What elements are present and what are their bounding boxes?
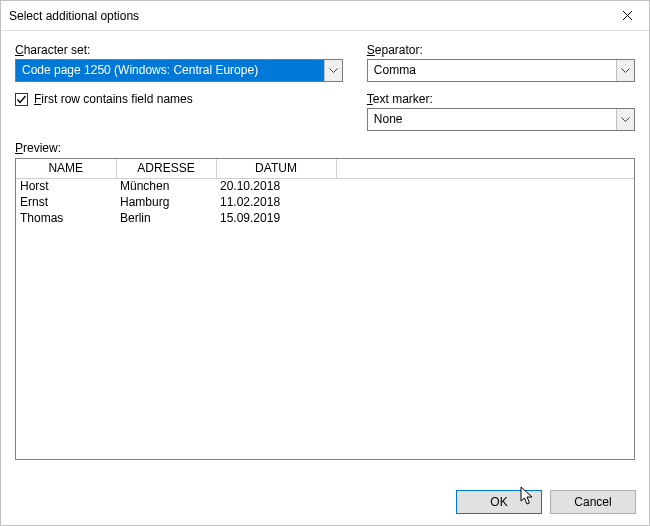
- first-row-checkbox-row[interactable]: First row contains field names: [15, 92, 343, 106]
- title-bar: Select additional options: [1, 1, 649, 31]
- chevron-down-icon: [616, 109, 634, 130]
- cell-adresse: München: [116, 178, 216, 194]
- cell-datum: 15.09.2019: [216, 210, 336, 226]
- character-set-combo[interactable]: Code page 1250 (Windows: Central Europe): [15, 59, 343, 82]
- col-header-adresse[interactable]: ADRESSE: [116, 159, 216, 178]
- cell-adresse: Hamburg: [116, 194, 216, 210]
- first-row-checkbox[interactable]: [15, 93, 28, 106]
- cell-name: Ernst: [16, 194, 116, 210]
- first-row-label: First row contains field names: [34, 92, 193, 106]
- col-header-spacer: [336, 159, 634, 178]
- separator-value: Comma: [368, 60, 616, 81]
- col-header-datum[interactable]: DATUM: [216, 159, 336, 178]
- separator-combo[interactable]: Comma: [367, 59, 635, 82]
- table-row[interactable]: Thomas Berlin 15.09.2019: [16, 210, 634, 226]
- chevron-down-icon: [616, 60, 634, 81]
- table-row[interactable]: Ernst Hamburg 11.02.2018: [16, 194, 634, 210]
- cancel-button[interactable]: Cancel: [550, 490, 636, 514]
- separator-label: Separator:: [367, 43, 635, 57]
- cell-name: Thomas: [16, 210, 116, 226]
- check-icon: [16, 94, 27, 105]
- window-title: Select additional options: [9, 9, 605, 23]
- cell-datum: 20.10.2018: [216, 178, 336, 194]
- cell-adresse: Berlin: [116, 210, 216, 226]
- chevron-down-icon: [324, 60, 342, 81]
- cell-datum: 11.02.2018: [216, 194, 336, 210]
- character-set-value: Code page 1250 (Windows: Central Europe): [16, 60, 324, 81]
- preview-label: Preview:: [15, 141, 635, 155]
- button-bar: OK Cancel: [456, 490, 636, 514]
- ok-button[interactable]: OK: [456, 490, 542, 514]
- cell-name: Horst: [16, 178, 116, 194]
- text-marker-combo[interactable]: None: [367, 108, 635, 131]
- table-row[interactable]: Horst München 20.10.2018: [16, 178, 634, 194]
- col-header-name[interactable]: NAME: [16, 159, 116, 178]
- text-marker-value: None: [368, 109, 616, 130]
- character-set-label: Character set:: [15, 43, 343, 57]
- preview-box: NAME ADRESSE DATUM Horst München 20.10.2…: [15, 158, 635, 460]
- text-marker-label: Text marker:: [367, 92, 635, 106]
- close-icon: [622, 10, 633, 21]
- preview-header-row: NAME ADRESSE DATUM: [16, 159, 634, 178]
- close-button[interactable]: [605, 1, 649, 31]
- preview-table: NAME ADRESSE DATUM Horst München 20.10.2…: [16, 159, 634, 226]
